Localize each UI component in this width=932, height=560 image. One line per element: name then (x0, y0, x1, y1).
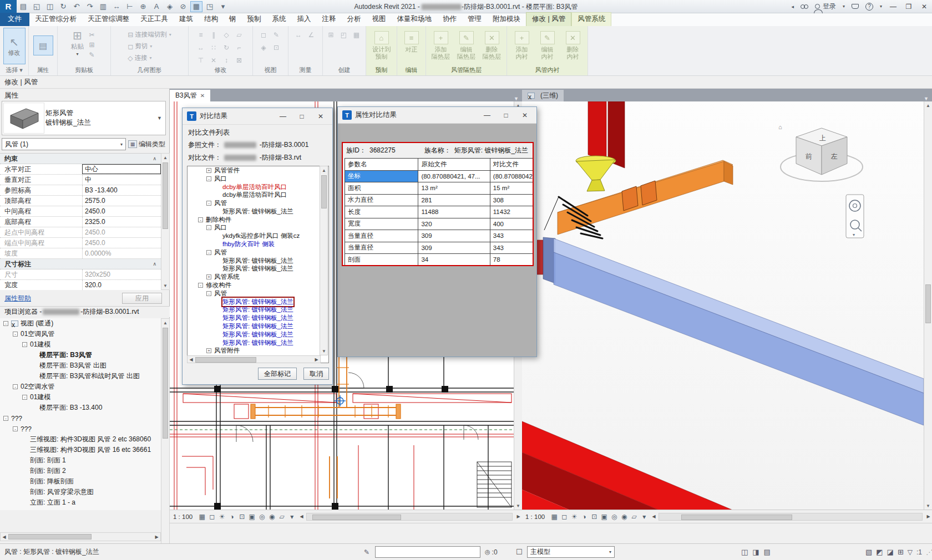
show-crop-region-icon[interactable]: ▣ (247, 512, 257, 522)
参照标高[interactable]: 参照标高 B3 -13.400 (0, 185, 161, 196)
dialog-title-bar[interactable]: T 对比结果 — □ ✕ (183, 108, 332, 125)
cope-tool[interactable]: ⊟连接端切割▾ (128, 29, 171, 40)
tree-expand-icon[interactable]: - (206, 201, 211, 206)
dialog-close-button[interactable]: ✕ (515, 109, 534, 122)
view-tab-3d[interactable]: x (三维) (522, 90, 564, 101)
properties-help-link[interactable]: 属性帮助 (4, 294, 31, 303)
trim-icon[interactable]: ⌐ (234, 43, 245, 53)
table-row[interactable]: 当量直径 309 343 (345, 242, 534, 254)
compare-tree-item[interactable]: + 风管附件 (188, 347, 328, 355)
tree-expand-icon[interactable]: + (206, 348, 211, 353)
ribbon-tab[interactable]: 系统 (267, 13, 292, 26)
selection-count[interactable]: ◎:0 (485, 548, 498, 556)
compare-tree-item[interactable]: 矩形风管: 镀锌钢板_法兰 (188, 330, 328, 339)
compare-tree-item[interactable]: - 修改构件 (188, 281, 328, 289)
ribbon-tab[interactable]: 天正管综调整 (82, 13, 135, 26)
exclude-options-checkbox[interactable]: ☐ (516, 548, 523, 556)
dialog-maximize-button[interactable]: □ (497, 109, 515, 122)
reveal-hidden-elements-icon[interactable]: ◉ (267, 512, 277, 522)
dialog-minimize-button[interactable]: — (478, 109, 497, 122)
match-type-icon[interactable]: ✎ (87, 50, 98, 60)
tree-expand-icon[interactable]: - (13, 426, 18, 431)
edit-insulation-button[interactable]: ✎编辑隔热层 (454, 29, 479, 67)
table-row[interactable]: 面积 13 m² 15 m² (345, 182, 534, 195)
scroll-right-icon[interactable]: ▶ (515, 514, 522, 519)
dialog-maximize-button[interactable]: □ (292, 110, 311, 123)
compare-tree-item[interactable]: 矩形风管: 镀锌钢板_法兰 (188, 314, 328, 322)
three-d-canvas[interactable]: 上 前 左 ⌂ ▾ (522, 101, 932, 510)
tree-expand-icon[interactable]: - (198, 283, 203, 288)
collapse-chevron-icon[interactable]: ∧ (153, 261, 156, 267)
table-row[interactable]: 当量直径 309 343 (345, 230, 534, 242)
justify-button[interactable]: ≡对正 (399, 29, 424, 67)
worksharing-display-icon[interactable]: ▱ (277, 512, 287, 522)
select-links-icon[interactable]: ◩ (876, 548, 883, 556)
thin-lines-icon[interactable]: ▦ (190, 1, 202, 12)
cancel-button[interactable]: 取消 (303, 368, 329, 380)
cut-geometry-tool[interactable]: ◻剪切▾ (128, 40, 171, 52)
compare-tree-item[interactable]: 矩形风管: 镀锌钢板_法兰 (188, 207, 328, 216)
remove-insulation-button[interactable]: ✕删除隔热层 (479, 29, 505, 67)
ribbon-tab[interactable]: 协作 (437, 13, 462, 26)
crop-view-icon[interactable]: ⊡ (237, 512, 247, 522)
tree-expand-icon[interactable]: - (198, 217, 203, 222)
close-view-icon[interactable]: ✕ (200, 93, 205, 99)
端点中间高程[interactable]: 端点中间高程 2450.0 (0, 238, 161, 248)
close-button[interactable]: ✕ (916, 1, 932, 13)
browser-tree-item[interactable]: - ??? (0, 413, 161, 424)
browser-tree-item[interactable]: 剖面: 降板剖面 (0, 476, 161, 487)
compare-tree-item[interactable]: - 风管 (188, 289, 328, 298)
sync-icon[interactable]: ↻ (57, 1, 69, 12)
tree-expand-icon[interactable]: - (206, 291, 211, 296)
rotate-icon[interactable]: ↻ (221, 43, 232, 53)
browser-tree-item[interactable]: 楼层平面: B3 -13.400 (0, 403, 161, 413)
compare-tree-item[interactable]: - 风口 (188, 224, 328, 232)
reveal-hidden-elements-icon[interactable]: ◉ (619, 512, 629, 522)
aligned-dimension-icon[interactable]: ⊢ (124, 1, 136, 12)
compare-tree-item[interactable]: dcby单层活动百叶风口 (188, 183, 328, 191)
尺寸[interactable]: 尺寸 320x250 (0, 269, 161, 280)
compare-tree-item[interactable]: + 风管管件 (188, 166, 328, 175)
compare-tree-item[interactable]: 矩形风管: 镀锌钢板_法兰 (188, 257, 328, 265)
offset-icon[interactable]: ∥ (208, 30, 219, 40)
worksets-icon[interactable]: ◨ (752, 548, 759, 556)
sun-path-icon[interactable]: ☀ (569, 512, 579, 522)
中间高程[interactable]: 中间高程 2450.0 (0, 206, 161, 217)
drag-on-selection-icon[interactable]: ⊞ (898, 548, 904, 556)
ribbon-tab[interactable]: 结构 (199, 13, 224, 26)
section-icon[interactable]: ⊘ (177, 1, 189, 12)
select-pinned-icon[interactable]: ◪ (887, 548, 894, 556)
scroll-left-icon[interactable]: ◀ (650, 514, 657, 519)
dialog-title-bar[interactable]: T 属性对比结果 — □ ✕ (338, 107, 536, 124)
search-icon[interactable] (801, 4, 808, 9)
compare-tree-item[interactable]: 矩形风管: 镀锌钢板_法兰 (188, 306, 328, 314)
maximize-button[interactable]: ❐ (901, 1, 916, 13)
compare-tree-item[interactable]: - 风管 (188, 199, 328, 207)
tree-expand-icon[interactable]: - (13, 384, 18, 389)
app-store-icon[interactable] (852, 4, 859, 9)
compare-tree-item[interactable]: 矩形风管: 镀锌钢板_法兰 (188, 339, 328, 347)
save-icon[interactable]: ◫ (44, 1, 56, 12)
minimize-button[interactable]: — (885, 1, 901, 13)
add-lining-button[interactable]: +添加内衬 (509, 29, 535, 67)
tag-icon[interactable]: ⊕ (137, 1, 149, 12)
plan-horizontal-scrollbar[interactable] (306, 513, 513, 521)
browser-tree-item[interactable]: - 01建模 (0, 392, 161, 403)
dialog-tree-hscrollbar[interactable]: ◀ ▶ (187, 355, 321, 363)
collapse-arrow-icon[interactable]: ◂ (791, 4, 794, 9)
dialog-close-button[interactable]: ✕ (311, 110, 330, 123)
browser-horizontal-scrollbar[interactable]: ◀ ▶ (0, 532, 161, 541)
temporary-hide-isolate-icon[interactable]: ◎ (257, 512, 267, 522)
browser-tree-item[interactable]: 立面: 立面 1 - a (0, 497, 161, 508)
compare-tree-item[interactable]: dcby单层活动百叶风口 (188, 191, 328, 199)
table-row[interactable]: 长度 11488 11432 (345, 206, 534, 218)
ribbon-tab[interactable]: 插入 (292, 13, 317, 26)
measure-icon[interactable]: ↔ (110, 1, 123, 12)
ribbon-tab[interactable]: 天正工具 (135, 13, 174, 26)
ribbon-tab[interactable]: 附加模块 (487, 13, 526, 26)
pin-icon[interactable]: ⊤ (195, 55, 206, 65)
ribbon-tab[interactable]: 修改 | 风管 (526, 12, 571, 26)
compare-tree-item[interactable]: ykdyfk远控多叶风口 侧装cz (188, 232, 328, 240)
table-row[interactable]: 宽度 320 400 (345, 218, 534, 230)
水平对正[interactable]: 水平对正 中心 (0, 164, 161, 175)
